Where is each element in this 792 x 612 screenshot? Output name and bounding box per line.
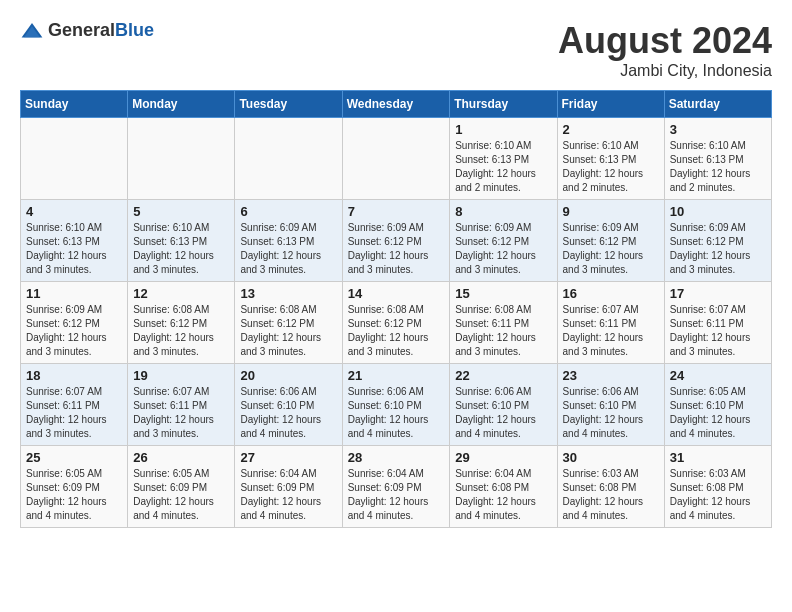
day-info: Sunrise: 6:05 AM Sunset: 6:09 PM Dayligh… [26,467,122,523]
day-number: 16 [563,286,659,301]
page-subtitle: Jambi City, Indonesia [558,62,772,80]
day-number: 6 [240,204,336,219]
calendar-header-row: SundayMondayTuesdayWednesdayThursdayFrid… [21,91,772,118]
weekday-header: Thursday [450,91,557,118]
day-number: 24 [670,368,766,383]
day-info: Sunrise: 6:05 AM Sunset: 6:09 PM Dayligh… [133,467,229,523]
day-number: 10 [670,204,766,219]
calendar-day-cell [342,118,450,200]
calendar-day-cell: 31Sunrise: 6:03 AM Sunset: 6:08 PM Dayli… [664,446,771,528]
day-info: Sunrise: 6:08 AM Sunset: 6:12 PM Dayligh… [348,303,445,359]
day-info: Sunrise: 6:08 AM Sunset: 6:12 PM Dayligh… [133,303,229,359]
day-number: 28 [348,450,445,465]
weekday-header: Tuesday [235,91,342,118]
day-info: Sunrise: 6:10 AM Sunset: 6:13 PM Dayligh… [455,139,551,195]
calendar-day-cell: 18Sunrise: 6:07 AM Sunset: 6:11 PM Dayli… [21,364,128,446]
day-info: Sunrise: 6:10 AM Sunset: 6:13 PM Dayligh… [670,139,766,195]
day-number: 13 [240,286,336,301]
calendar-day-cell: 15Sunrise: 6:08 AM Sunset: 6:11 PM Dayli… [450,282,557,364]
calendar-day-cell: 11Sunrise: 6:09 AM Sunset: 6:12 PM Dayli… [21,282,128,364]
calendar-day-cell: 8Sunrise: 6:09 AM Sunset: 6:12 PM Daylig… [450,200,557,282]
day-info: Sunrise: 6:07 AM Sunset: 6:11 PM Dayligh… [26,385,122,441]
calendar-day-cell: 19Sunrise: 6:07 AM Sunset: 6:11 PM Dayli… [128,364,235,446]
weekday-header: Friday [557,91,664,118]
calendar-week-row: 1Sunrise: 6:10 AM Sunset: 6:13 PM Daylig… [21,118,772,200]
header: GeneralBlue August 2024 Jambi City, Indo… [20,20,772,80]
page-title: August 2024 [558,20,772,62]
day-info: Sunrise: 6:09 AM Sunset: 6:12 PM Dayligh… [26,303,122,359]
calendar-day-cell: 28Sunrise: 6:04 AM Sunset: 6:09 PM Dayli… [342,446,450,528]
logo-icon [20,21,44,41]
day-number: 21 [348,368,445,383]
day-info: Sunrise: 6:09 AM Sunset: 6:12 PM Dayligh… [670,221,766,277]
day-number: 7 [348,204,445,219]
calendar-day-cell: 22Sunrise: 6:06 AM Sunset: 6:10 PM Dayli… [450,364,557,446]
calendar-table: SundayMondayTuesdayWednesdayThursdayFrid… [20,90,772,528]
day-number: 22 [455,368,551,383]
day-number: 11 [26,286,122,301]
calendar-day-cell [21,118,128,200]
day-number: 2 [563,122,659,137]
calendar-day-cell [235,118,342,200]
calendar-day-cell: 29Sunrise: 6:04 AM Sunset: 6:08 PM Dayli… [450,446,557,528]
day-number: 23 [563,368,659,383]
calendar-day-cell: 26Sunrise: 6:05 AM Sunset: 6:09 PM Dayli… [128,446,235,528]
day-info: Sunrise: 6:10 AM Sunset: 6:13 PM Dayligh… [133,221,229,277]
day-info: Sunrise: 6:06 AM Sunset: 6:10 PM Dayligh… [240,385,336,441]
day-info: Sunrise: 6:09 AM Sunset: 6:12 PM Dayligh… [455,221,551,277]
day-info: Sunrise: 6:05 AM Sunset: 6:10 PM Dayligh… [670,385,766,441]
day-number: 30 [563,450,659,465]
calendar-day-cell: 12Sunrise: 6:08 AM Sunset: 6:12 PM Dayli… [128,282,235,364]
day-info: Sunrise: 6:06 AM Sunset: 6:10 PM Dayligh… [348,385,445,441]
day-info: Sunrise: 6:09 AM Sunset: 6:12 PM Dayligh… [563,221,659,277]
day-info: Sunrise: 6:09 AM Sunset: 6:12 PM Dayligh… [348,221,445,277]
calendar-day-cell: 17Sunrise: 6:07 AM Sunset: 6:11 PM Dayli… [664,282,771,364]
calendar-day-cell: 3Sunrise: 6:10 AM Sunset: 6:13 PM Daylig… [664,118,771,200]
calendar-day-cell: 10Sunrise: 6:09 AM Sunset: 6:12 PM Dayli… [664,200,771,282]
logo-blue: Blue [115,20,154,40]
calendar-day-cell: 14Sunrise: 6:08 AM Sunset: 6:12 PM Dayli… [342,282,450,364]
day-info: Sunrise: 6:04 AM Sunset: 6:08 PM Dayligh… [455,467,551,523]
calendar-day-cell: 21Sunrise: 6:06 AM Sunset: 6:10 PM Dayli… [342,364,450,446]
calendar-day-cell: 13Sunrise: 6:08 AM Sunset: 6:12 PM Dayli… [235,282,342,364]
day-number: 29 [455,450,551,465]
calendar-day-cell [128,118,235,200]
calendar-day-cell: 5Sunrise: 6:10 AM Sunset: 6:13 PM Daylig… [128,200,235,282]
calendar-day-cell: 6Sunrise: 6:09 AM Sunset: 6:13 PM Daylig… [235,200,342,282]
calendar-day-cell: 1Sunrise: 6:10 AM Sunset: 6:13 PM Daylig… [450,118,557,200]
day-number: 15 [455,286,551,301]
day-number: 31 [670,450,766,465]
calendar-day-cell: 7Sunrise: 6:09 AM Sunset: 6:12 PM Daylig… [342,200,450,282]
day-number: 25 [26,450,122,465]
day-number: 20 [240,368,336,383]
day-number: 18 [26,368,122,383]
day-info: Sunrise: 6:07 AM Sunset: 6:11 PM Dayligh… [563,303,659,359]
title-area: August 2024 Jambi City, Indonesia [558,20,772,80]
day-info: Sunrise: 6:10 AM Sunset: 6:13 PM Dayligh… [26,221,122,277]
day-info: Sunrise: 6:07 AM Sunset: 6:11 PM Dayligh… [670,303,766,359]
day-info: Sunrise: 6:04 AM Sunset: 6:09 PM Dayligh… [348,467,445,523]
calendar-week-row: 4Sunrise: 6:10 AM Sunset: 6:13 PM Daylig… [21,200,772,282]
logo-general: General [48,20,115,40]
calendar-day-cell: 9Sunrise: 6:09 AM Sunset: 6:12 PM Daylig… [557,200,664,282]
day-info: Sunrise: 6:07 AM Sunset: 6:11 PM Dayligh… [133,385,229,441]
day-info: Sunrise: 6:04 AM Sunset: 6:09 PM Dayligh… [240,467,336,523]
calendar-day-cell: 25Sunrise: 6:05 AM Sunset: 6:09 PM Dayli… [21,446,128,528]
day-info: Sunrise: 6:08 AM Sunset: 6:11 PM Dayligh… [455,303,551,359]
calendar-day-cell: 20Sunrise: 6:06 AM Sunset: 6:10 PM Dayli… [235,364,342,446]
weekday-header: Monday [128,91,235,118]
day-number: 9 [563,204,659,219]
calendar-day-cell: 30Sunrise: 6:03 AM Sunset: 6:08 PM Dayli… [557,446,664,528]
calendar-week-row: 18Sunrise: 6:07 AM Sunset: 6:11 PM Dayli… [21,364,772,446]
calendar-week-row: 11Sunrise: 6:09 AM Sunset: 6:12 PM Dayli… [21,282,772,364]
day-number: 14 [348,286,445,301]
day-info: Sunrise: 6:03 AM Sunset: 6:08 PM Dayligh… [670,467,766,523]
day-info: Sunrise: 6:06 AM Sunset: 6:10 PM Dayligh… [563,385,659,441]
day-number: 3 [670,122,766,137]
calendar-week-row: 25Sunrise: 6:05 AM Sunset: 6:09 PM Dayli… [21,446,772,528]
day-number: 8 [455,204,551,219]
day-info: Sunrise: 6:03 AM Sunset: 6:08 PM Dayligh… [563,467,659,523]
day-number: 5 [133,204,229,219]
weekday-header: Sunday [21,91,128,118]
weekday-header: Saturday [664,91,771,118]
